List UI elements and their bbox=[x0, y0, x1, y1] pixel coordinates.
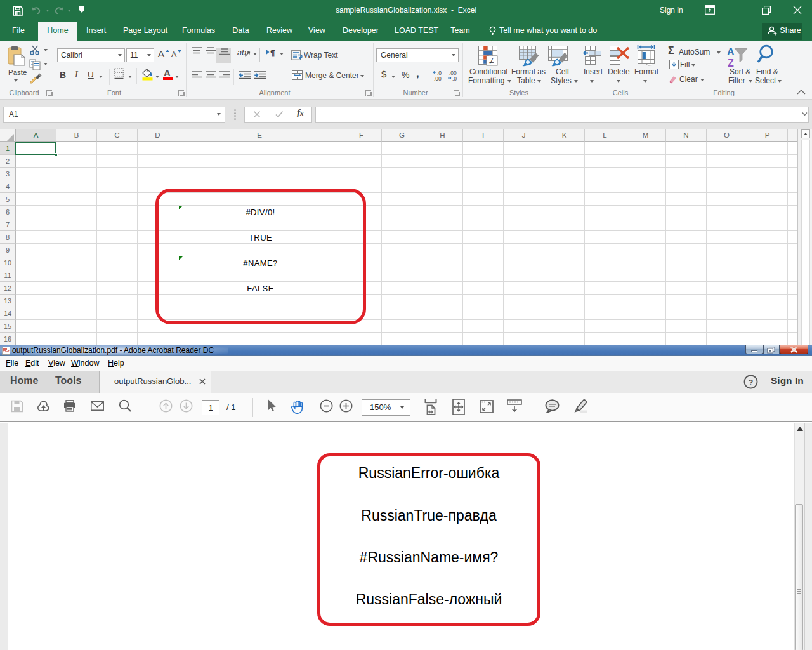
svg-text:?: ? bbox=[749, 378, 754, 387]
svg-text:A: A bbox=[727, 46, 735, 57]
svg-text:.00: .00 bbox=[434, 76, 442, 81]
svg-text:ab: ab bbox=[237, 48, 246, 57]
svg-text:.0: .0 bbox=[452, 76, 457, 81]
svg-text:¶: ¶ bbox=[270, 48, 275, 57]
svg-text:≠: ≠ bbox=[489, 56, 494, 66]
